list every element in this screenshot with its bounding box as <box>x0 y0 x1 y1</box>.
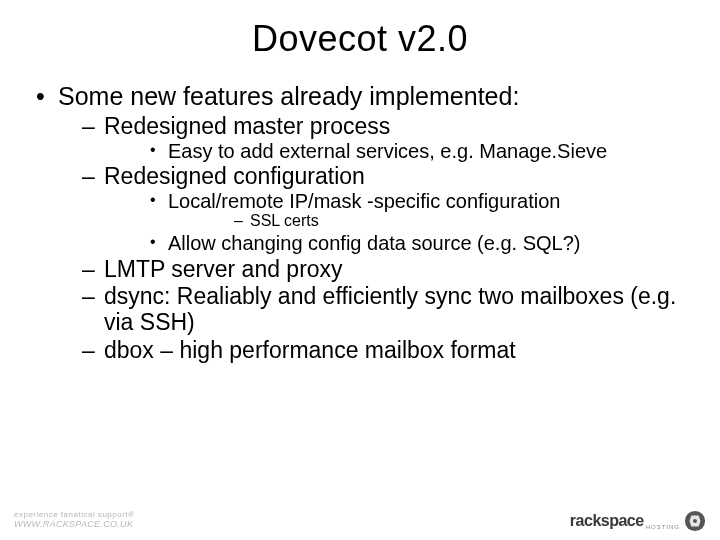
rackspace-icon <box>684 510 706 532</box>
bullet-l2: LMTP server and proxy <box>58 257 690 283</box>
footer-left: experience fanatical support® WWW.RACKSP… <box>14 511 134 530</box>
bullet-l2: dsync: Realiably and efficiently sync tw… <box>58 284 690 336</box>
bullet-text: Redesigned configuration <box>104 163 365 189</box>
slide-body: Some new features already implemented: R… <box>30 82 690 364</box>
bullet-text: Easy to add external services, e.g. Mana… <box>168 140 607 162</box>
bullet-text: dsync: Realiably and efficiently sync tw… <box>104 283 676 335</box>
bullet-l3: Allow changing config data source (e.g. … <box>104 232 690 254</box>
bullet-l3: Easy to add external services, e.g. Mana… <box>104 140 690 162</box>
bullet-l2: Redesigned master process Easy to add ex… <box>58 114 690 162</box>
svg-point-1 <box>693 519 697 523</box>
bullet-text: SSL certs <box>250 212 319 229</box>
slide-title: Dovecot v2.0 <box>30 18 690 60</box>
bullet-l2: Redesigned configuration Local/remote IP… <box>58 164 690 254</box>
bullet-l3: Local/remote IP/mask -specific configura… <box>104 190 690 230</box>
footer-url: WWW.RACKSPACE.CO.UK <box>14 520 134 530</box>
bullet-text: Local/remote IP/mask -specific configura… <box>168 190 560 212</box>
bullet-text: LMTP server and proxy <box>104 256 343 282</box>
footer-right-logo: rackspace HOSTING <box>570 510 706 532</box>
bullet-text: Allow changing config data source (e.g. … <box>168 232 580 254</box>
slide: Dovecot v2.0 Some new features already i… <box>0 0 720 540</box>
bullet-l4: SSL certs <box>168 212 690 230</box>
bullet-text: Some new features already implemented: <box>58 82 519 110</box>
brand-sub: HOSTING <box>646 524 680 530</box>
bullet-l1: Some new features already implemented: R… <box>30 82 690 364</box>
bullet-text: Redesigned master process <box>104 113 390 139</box>
bullet-text: dbox – high performance mailbox format <box>104 337 516 363</box>
brand-name: rackspace <box>570 512 644 530</box>
bullet-l2: dbox – high performance mailbox format <box>58 338 690 364</box>
